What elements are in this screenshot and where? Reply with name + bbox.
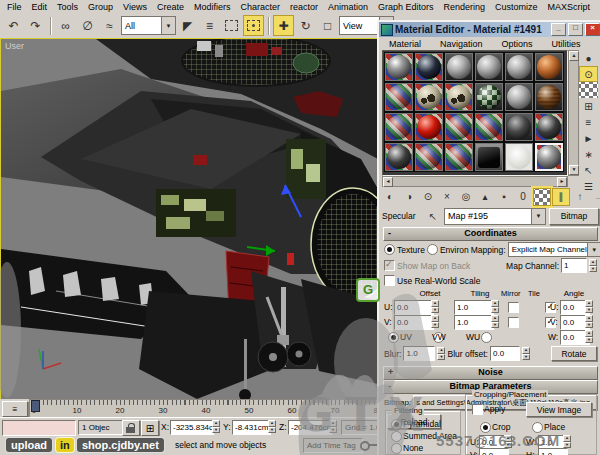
show-map-in-viewport-icon[interactable]: [533, 188, 551, 206]
chevron-down-icon[interactable]: ▼: [587, 243, 600, 256]
z-spinner[interactable]: ▲▼: [329, 420, 337, 433]
material-sample-slot[interactable]: [534, 142, 564, 172]
v-offset-spinner[interactable]: ▲▼: [431, 315, 439, 328]
assign-material-to-selection-icon[interactable]: ⊙: [419, 188, 437, 206]
make-preview-icon[interactable]: ►: [579, 130, 598, 146]
get-material-icon[interactable]: ◐: [381, 188, 399, 206]
menu-item[interactable]: Help: [595, 2, 600, 12]
material-sample-slot[interactable]: [414, 52, 444, 82]
material-sample-slot[interactable]: [384, 142, 414, 172]
crop-h-field[interactable]: 1.0: [538, 448, 568, 455]
show-map-on-back-checkbox[interactable]: [384, 260, 395, 271]
mapping-dropdown[interactable]: Explicit Map Channel ▼: [508, 242, 600, 257]
material-editor-menu-item[interactable]: Material: [384, 39, 426, 49]
menu-item[interactable]: Animation: [323, 2, 373, 12]
material-editor-menu-item[interactable]: Options: [497, 39, 538, 49]
select-and-scale-icon[interactable]: □: [317, 15, 338, 36]
menu-item[interactable]: Create: [152, 2, 189, 12]
put-material-to-scene-icon[interactable]: ◑: [400, 188, 418, 206]
scroll-down-icon[interactable]: ▼: [569, 165, 579, 175]
w-angle-spinner[interactable]: ▲▼: [585, 330, 593, 343]
go-forward-to-sibling-icon[interactable]: →: [590, 188, 600, 206]
u-tiling-field[interactable]: 1.0: [454, 300, 494, 315]
u-offset-field[interactable]: 0.0: [394, 300, 434, 315]
material-sample-slot[interactable]: [444, 82, 474, 112]
rollout-noise[interactable]: + Noise: [383, 366, 598, 380]
crop-u-spinner[interactable]: ▲▼: [504, 435, 512, 448]
menu-item[interactable]: MAXScript: [543, 2, 596, 12]
redo-icon[interactable]: ↷: [25, 15, 46, 36]
make-unique-icon[interactable]: ▴: [476, 188, 494, 206]
chevron-down-icon[interactable]: ▼: [531, 209, 545, 224]
material-sample-slot[interactable]: [474, 52, 504, 82]
select-and-rotate-icon[interactable]: ↻: [295, 15, 316, 36]
material-sample-slot[interactable]: [504, 142, 534, 172]
menu-item[interactable]: Graph Editors: [373, 2, 439, 12]
menu-item[interactable]: Customize: [490, 2, 543, 12]
material-sample-slot[interactable]: [384, 112, 414, 142]
v-tiling-spinner[interactable]: ▲▼: [491, 315, 499, 328]
video-color-check-icon[interactable]: ≡: [579, 114, 598, 130]
material-sample-slot[interactable]: [534, 112, 564, 142]
menu-item[interactable]: reactor: [285, 2, 323, 12]
material-sample-slot[interactable]: [474, 142, 504, 172]
z-coordinate-field[interactable]: -204.476cr: [288, 420, 332, 435]
crop-v-field[interactable]: 0.0: [479, 448, 509, 455]
u-angle-spinner[interactable]: ▲▼: [585, 300, 593, 313]
material-sample-slot[interactable]: [444, 52, 474, 82]
sample-uv-tiling-icon[interactable]: ⊞: [579, 98, 598, 114]
material-editor-menu-item[interactable]: Utilities: [547, 39, 586, 49]
menu-item[interactable]: Tools: [52, 2, 83, 12]
select-by-name-icon[interactable]: ≡: [199, 15, 220, 36]
u-offset-spinner[interactable]: ▲▼: [431, 300, 439, 313]
pyramidal-radio[interactable]: [391, 419, 402, 430]
y-spinner[interactable]: ▲▼: [268, 420, 276, 433]
viewport-label[interactable]: User: [5, 41, 24, 51]
put-to-library-icon[interactable]: ▪: [495, 188, 513, 206]
select-and-move-icon[interactable]: ✚: [273, 15, 294, 36]
uv-radio[interactable]: [388, 332, 399, 343]
view-image-button[interactable]: View Image: [526, 402, 592, 417]
blur-field[interactable]: 1.0: [403, 346, 435, 361]
y-coordinate-field[interactable]: -8.431cm: [232, 420, 271, 435]
v-tiling-field[interactable]: 1.0: [454, 315, 494, 330]
apply-checkbox[interactable]: [472, 404, 483, 415]
scroll-up-icon[interactable]: ▲: [569, 51, 579, 61]
crop-radio[interactable]: [480, 422, 491, 433]
v-angle-spinner[interactable]: ▲▼: [585, 315, 593, 328]
make-material-copy-icon[interactable]: ◎: [457, 188, 475, 206]
set-key-icon[interactable]: [360, 440, 378, 450]
v-mirror-checkbox[interactable]: [508, 317, 519, 328]
sample-horizontal-scrollbar[interactable]: ◄ ►: [382, 176, 568, 187]
material-editor-titlebar[interactable]: Material Editor - Material #1491 _ □ ×: [379, 22, 600, 37]
close-button[interactable]: ×: [585, 23, 600, 36]
open-mini-curve-editor-button[interactable]: ≡: [2, 401, 28, 417]
material-editor-menu-item[interactable]: Navigation: [435, 39, 488, 49]
material-sample-slot[interactable]: [504, 52, 534, 82]
sample-type-icon[interactable]: ●: [579, 50, 598, 66]
select-by-material-icon[interactable]: ↖: [579, 162, 598, 178]
rotate-button[interactable]: Rotate: [551, 346, 597, 361]
blur-offset-spinner[interactable]: ▲▼: [522, 347, 530, 360]
map-type-button[interactable]: Bitmap: [549, 208, 599, 225]
material-id-channel-icon[interactable]: 0: [514, 188, 532, 206]
u-tiling-spinner[interactable]: ▲▼: [491, 300, 499, 313]
menu-item[interactable]: Edit: [27, 2, 53, 12]
window-crossing-toggle-icon[interactable]: [243, 15, 264, 36]
x-coordinate-field[interactable]: -3235.834c: [170, 420, 214, 435]
blur-offset-field[interactable]: 0.0: [490, 346, 520, 361]
v-offset-field[interactable]: 0.0: [394, 315, 434, 330]
material-sample-slot[interactable]: [384, 82, 414, 112]
material-sample-slot[interactable]: [474, 112, 504, 142]
undo-icon[interactable]: ↶: [3, 15, 24, 36]
add-time-tag[interactable]: Add Time Tag: [303, 438, 363, 453]
map-channel-field[interactable]: 1: [561, 258, 587, 273]
material-sample-slot[interactable]: [414, 112, 444, 142]
wu-radio[interactable]: [481, 332, 492, 343]
menu-item[interactable]: Rendering: [439, 2, 491, 12]
none-radio[interactable]: [391, 443, 402, 454]
material-sample-slot[interactable]: [504, 112, 534, 142]
material-sample-slot[interactable]: [474, 82, 504, 112]
material-sample-slot[interactable]: [444, 112, 474, 142]
material-sample-slot[interactable]: [384, 52, 414, 82]
